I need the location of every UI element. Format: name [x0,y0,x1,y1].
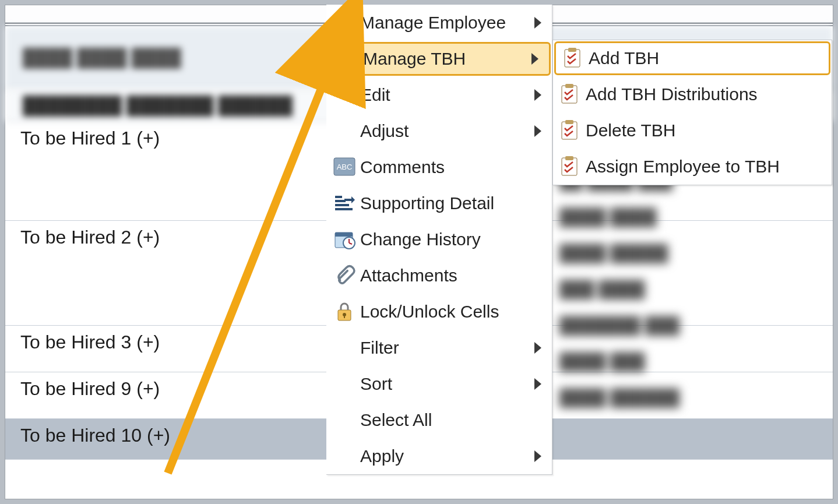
blank-icon [331,334,358,361]
menu-item-lock-unlock-cells[interactable]: Lock/Unlock Cells [326,294,552,330]
menu-item-attachments[interactable]: Attachments [326,258,552,294]
clipboard-check-icon [557,118,582,143]
blank-icon [331,118,358,144]
lock-icon [331,298,358,325]
context-menu: Manage Employee Manage TBH Edit Adjust A… [326,5,552,475]
svg-rect-14 [344,315,345,318]
menu-item-manage-employee[interactable]: Manage Employee [326,5,552,41]
menu-label: Comments [360,157,552,177]
svg-rect-21 [562,158,577,175]
menu-label: Sort [360,374,534,394]
menu-item-supporting-detail[interactable]: Supporting Detail [326,185,552,221]
svg-rect-15 [565,50,580,67]
row-label: To be Hired 10 (+) [20,425,170,446]
svg-rect-17 [562,86,577,103]
menu-label: Manage TBH [363,49,531,69]
svg-rect-20 [565,120,573,124]
blank-icon [331,9,358,36]
menu-item-edit[interactable]: Edit [326,77,552,113]
svg-rect-5 [335,196,342,198]
blank-icon [334,45,361,72]
submenu-item-assign-employee-to-tbh[interactable]: Assign Employee to TBH [553,149,832,185]
svg-rect-6 [344,199,353,201]
svg-rect-22 [565,156,573,160]
menu-item-change-history[interactable]: Change History [326,221,552,258]
submenu-item-add-tbh-distributions[interactable]: Add TBH Distributions [553,76,832,112]
chevron-right-icon [534,378,541,390]
svg-rect-19 [562,122,577,139]
menu-label: Manage Employee [360,13,534,33]
menu-item-comments[interactable]: ABC Comments [326,149,552,185]
abc-icon: ABC [331,154,358,181]
menu-label: Select All [360,410,552,430]
svg-rect-8 [335,232,353,237]
chevron-right-icon [534,342,541,354]
menu-label: Apply [360,446,534,466]
menu-label: Change History [360,230,552,249]
menu-label: Filter [360,338,534,358]
chevron-right-icon [534,17,541,29]
row-label: To be Hired 2 (+) [20,227,160,248]
menu-item-adjust[interactable]: Adjust [326,113,552,149]
submenu-item-delete-tbh[interactable]: Delete TBH [553,112,832,149]
submenu-label: Assign Employee to TBH [586,157,780,177]
menu-item-sort[interactable]: Sort [326,366,552,402]
submenu-label: Add TBH Distributions [586,84,758,104]
paperclip-icon [331,262,358,289]
blank-icon [331,82,358,108]
clipboard-check-icon [559,45,585,71]
menu-label: Supporting Detail [360,193,552,213]
svg-rect-2 [335,208,353,210]
clipboard-check-icon [557,154,582,179]
menu-item-apply[interactable]: Apply [326,438,552,474]
svg-rect-4 [335,200,346,202]
clock-calendar-icon [331,226,358,253]
menu-label: Edit [360,85,534,105]
menu-label: Attachments [360,266,552,286]
submenu-manage-tbh: Add TBH Add TBH Distributions Delete TBH… [552,40,832,185]
submenu-label: Add TBH [589,48,659,68]
steps-icon [331,190,358,217]
svg-rect-18 [565,84,573,88]
row-label: To be Hired 3 (+) [20,332,160,353]
chevron-right-icon [534,125,541,137]
menu-item-manage-tbh[interactable]: Manage TBH [328,42,551,76]
submenu-label: Delete TBH [586,121,676,140]
row-label: To be Hired 9 (+) [20,378,160,400]
menu-label: Lock/Unlock Cells [360,302,552,322]
chevron-right-icon [534,89,541,101]
chevron-right-icon [531,53,538,65]
blank-icon [331,371,358,397]
menu-label: Adjust [360,121,534,141]
blank-icon [331,443,358,470]
menu-item-filter[interactable]: Filter [326,330,552,366]
row-label: To be Hired 1 (+) [20,128,160,149]
svg-text:ABC: ABC [337,163,353,171]
submenu-item-add-tbh[interactable]: Add TBH [554,41,830,75]
clipboard-check-icon [557,82,582,107]
chevron-right-icon [534,450,541,462]
svg-rect-3 [335,204,349,206]
blank-icon [331,407,358,433]
menu-item-select-all[interactable]: Select All [326,402,552,438]
svg-rect-16 [568,48,576,52]
